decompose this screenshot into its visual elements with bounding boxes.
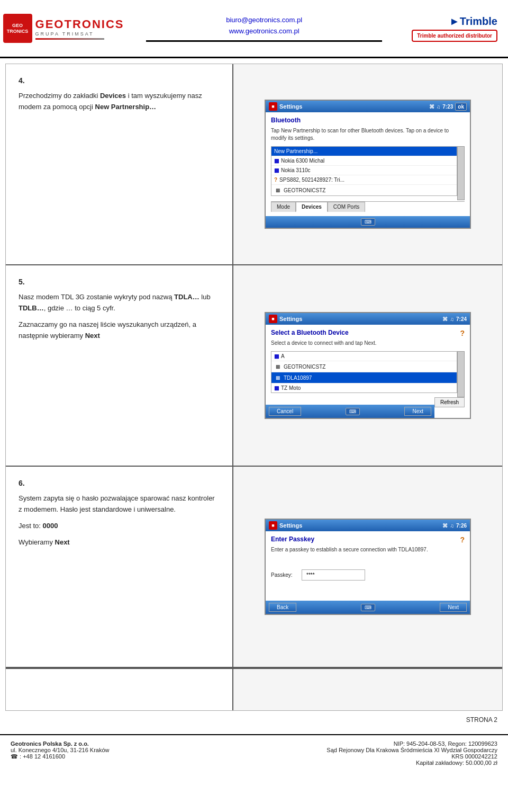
bt-icon-3: ▩ xyxy=(274,353,279,359)
email-link[interactable]: biuro@geotronics.com.pl xyxy=(116,15,412,26)
volume-icon: ♫ xyxy=(437,104,441,110)
page-number-area: STRONA 2 xyxy=(0,716,508,724)
volume-icon-2: ♫ xyxy=(450,316,454,322)
logo-area: GEOTRONICS GEOTRONICS GRUPA TRIMSAT xyxy=(11,14,116,43)
footer-company-info: Geotronics Polska Sp. z o.o. ul. Koneczn… xyxy=(11,740,110,766)
list-item-2-1[interactable]: ▩ A xyxy=(271,352,457,361)
scrollbar-2[interactable] xyxy=(457,351,465,397)
section-3-text1: System zapyta się o hasło pozwalające sp… xyxy=(19,493,220,515)
windows-icon-2: ■ xyxy=(269,315,277,323)
footer-court: Sąd Rejonowy Dla Krakowa Śródmieścia XI … xyxy=(326,747,497,753)
list-item-1-4[interactable]: ? SPS882, 5021428927: Tri... xyxy=(271,175,457,185)
list-item-1-3[interactable]: ▩ Nokia 3110c xyxy=(271,166,457,175)
section-row-2: 5. Nasz modem TDL 3G zostanie wykryty po… xyxy=(6,265,502,467)
section-2-text2: Zaznaczamy go na naszej liście wyszukany… xyxy=(19,319,220,342)
section-3-text3: Wybieramy Next xyxy=(19,537,220,548)
right-panel-3: ■ Settings ⌘ ♫ 7:26 Enter Passkey ? Ente… xyxy=(233,467,502,667)
ok-button-1[interactable]: ok xyxy=(455,103,467,111)
time-3: 7:26 xyxy=(456,523,467,529)
screen1-desc: Tap New Partnership to scan for other Bl… xyxy=(271,127,465,142)
page-label: STRONA xyxy=(466,716,492,724)
list-item-2-3[interactable]: ▩ TDLA10897 xyxy=(271,372,457,383)
website-link[interactable]: www.geotronics.com.pl xyxy=(116,26,412,37)
empty-row xyxy=(6,668,502,710)
screen3-section: Enter Passkey xyxy=(271,536,314,543)
trimble-logo: ►Trimble xyxy=(412,15,497,28)
footer-nip: NIP: 945-204-08-53, Regon: 120099623 xyxy=(394,740,497,747)
page-header: GEOTRONICS GEOTRONICS GRUPA TRIMSAT biur… xyxy=(0,0,508,58)
screen2-list: ▩ A ▩ GEOTRONICSTZ ▩ TDLA10897 xyxy=(271,351,457,393)
phone-action-bar-2: Cancel ⌨ Next xyxy=(266,405,434,418)
section-1-text: Przechodzimy do zakładki Devices i tam w… xyxy=(19,91,220,113)
list-item-2-2[interactable]: ▩ GEOTRONICSTZ xyxy=(271,361,457,372)
passkey-row: Passkey: xyxy=(271,569,465,581)
screen1-title: Settings xyxy=(279,103,302,110)
left-panel-3: 6. System zapyta się o hasło pozwalające… xyxy=(6,467,233,667)
tab-mode[interactable]: Mode xyxy=(271,202,296,212)
windows-icon: ■ xyxy=(269,102,277,111)
phone-screen-2: ■ Settings ⌘ ♫ 7:24 Select a Bluetooth D… xyxy=(265,312,471,419)
device-icon-2: ▩ xyxy=(274,363,282,370)
left-panel-2: 5. Nasz modem TDL 3G zostanie wykryty po… xyxy=(6,265,233,466)
time-2: 7:24 xyxy=(456,316,467,322)
footer-phone: ☎ : +48 12 4161600 xyxy=(11,753,65,760)
bt-icon-2: ▩ xyxy=(274,167,279,173)
company-name: Geotronics Polska Sp. z o.o. xyxy=(11,740,89,747)
screen2-section: Select a Bluetooth Device xyxy=(271,329,349,336)
main-content: 4. Przechodzimy do zakładki Devices i ta… xyxy=(5,64,503,711)
section-2-number: 5. xyxy=(19,276,220,288)
header-links: biuro@geotronics.com.pl www.geotronics.c… xyxy=(116,15,412,42)
list-item-1-1[interactable]: New Partnership... xyxy=(271,147,457,156)
tagline: GRUPA TRIMSAT xyxy=(35,31,124,37)
footer-address: ul. Konecznego 4/10u, 31-216 Kraków xyxy=(11,747,110,753)
passkey-input[interactable] xyxy=(302,569,365,581)
right-panel-2: ■ Settings ⌘ ♫ 7:24 Select a Bluetooth D… xyxy=(233,265,502,466)
device-icon-3: ▩ xyxy=(274,374,282,381)
screen3-desc: Enter a passkey to establish a secure co… xyxy=(271,546,465,554)
screen1-section: Bluetooth xyxy=(271,117,465,124)
page-number: 2 xyxy=(494,716,497,724)
back-button[interactable]: Back xyxy=(269,603,296,612)
bt-icon-4: ▩ xyxy=(274,385,279,391)
antenna-icon: ⌘ xyxy=(429,104,434,110)
help-icon: ? xyxy=(460,329,465,337)
screen1-list: New Partnership... ▩ Nokia 6300 Michal ▩… xyxy=(271,146,457,196)
cancel-button[interactable]: Cancel xyxy=(269,407,301,416)
refresh-button[interactable]: Refresh xyxy=(434,397,465,407)
windows-icon-3: ■ xyxy=(269,521,277,530)
section-row-3: 6. System zapyta się o hasło pozwalające… xyxy=(6,467,502,668)
antenna-icon-2: ⌘ xyxy=(442,316,448,322)
phone-action-bar-3: Back ⌨ Next xyxy=(266,601,470,614)
section-1-number: 4. xyxy=(19,75,220,86)
antenna-icon-3: ⌘ xyxy=(442,523,448,529)
tab-com-ports[interactable]: COM Ports xyxy=(328,202,365,212)
bt-icon: ▩ xyxy=(274,158,279,164)
left-panel-1: 4. Przechodzimy do zakładki Devices i ta… xyxy=(6,64,233,264)
screen3-title: Settings xyxy=(279,522,302,529)
next-button-3[interactable]: Next xyxy=(440,603,467,612)
list-item-1-2[interactable]: ▩ Nokia 6300 Michal xyxy=(271,156,457,166)
footer-krs: KRS 0000242212 xyxy=(451,753,497,760)
phone-bottom-bar-1: ⌨ xyxy=(266,216,470,228)
next-button-2[interactable]: Next xyxy=(404,407,431,416)
time-1: 7:23 xyxy=(442,104,453,110)
trimble-badge: Trimble authorized distributor xyxy=(412,30,497,42)
list-item-1-5[interactable]: ▩ GEOTRONICSTZ xyxy=(271,185,457,195)
trimble-area: ►Trimble Trimble authorized distributor xyxy=(412,15,497,42)
footer-legal-info: NIP: 945-204-08-53, Regon: 120099623 Sąd… xyxy=(326,740,497,766)
section-3-text2: Jest to: 0000 xyxy=(19,521,220,532)
tab-devices[interactable]: Devices xyxy=(296,202,328,212)
scrollbar-1[interactable] xyxy=(457,146,465,200)
keyboard-icon-3: ⌨ xyxy=(361,604,375,611)
list-item-2-4[interactable]: ▩ TZ Moto xyxy=(271,383,457,392)
right-panel-1: ■ Settings ⌘ ♫ 7:23 ok Bluetooth Tap New… xyxy=(233,64,502,264)
section-2-text: Nasz modem TDL 3G zostanie wykryty pod n… xyxy=(19,292,220,314)
question-icon: ? xyxy=(274,177,277,183)
help-icon-3: ? xyxy=(460,536,465,544)
phone-screen-1: ■ Settings ⌘ ♫ 7:23 ok Bluetooth Tap New… xyxy=(265,100,471,229)
phone-titlebar-1: ■ Settings ⌘ ♫ 7:23 ok xyxy=(266,101,470,112)
phone-tabs-1: Mode Devices COM Ports xyxy=(271,201,465,212)
section-3-number: 6. xyxy=(19,477,220,489)
company-logo: GEOTRONICS xyxy=(35,17,124,31)
screen2-desc: Select a device to connect with and tap … xyxy=(271,340,465,347)
